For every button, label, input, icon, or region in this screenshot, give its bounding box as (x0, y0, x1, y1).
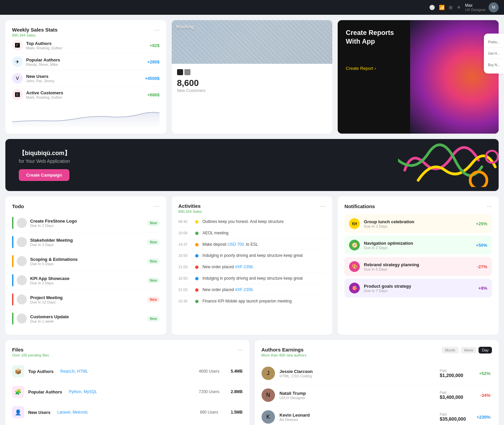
right-panel-item-buyn[interactable]: Buy N... (484, 60, 504, 70)
new-users-icon: V (12, 73, 23, 84)
activity-text-6: Indulging in poorly driving and keep str… (203, 276, 303, 281)
todo-avatar-customers (17, 314, 27, 324)
notif-title-group-lunch: Group lunch celebration (364, 219, 414, 224)
todo-item-project: Project Meeting Due In 12 Days New (12, 290, 160, 309)
notif-item-rebrand: 🎨 Rebrand strategy planning Due In 5 Day… (344, 257, 492, 276)
period-day-button[interactable]: Day (479, 347, 492, 353)
cust-dot-gray (184, 69, 190, 75)
todo-menu[interactable]: ⋯ (154, 203, 160, 209)
files-subtitle: Over 100 pending files (12, 353, 49, 357)
activity-row-4: 16:50 Indulging in poorly driving and ke… (178, 250, 326, 262)
activity-text-7: New order placed #XF-2356. (203, 287, 254, 293)
right-panel-item-geth[interactable]: Get H... (484, 48, 504, 59)
notif-item-product-goals: 🎯 Product goals strategy Due In 7 Days +… (344, 279, 492, 297)
author-chevron-jessie[interactable]: › (490, 371, 492, 376)
signal-icon[interactable]: 📶 (439, 5, 445, 10)
todo-title-scoping: Scoping & Estimations (30, 257, 78, 262)
author-chevron-kevin[interactable]: › (490, 414, 492, 420)
stat-val-popular: +280$ (147, 59, 160, 64)
todo-title-firestone: Create FireStone Logo (30, 219, 77, 224)
activity-row-8: 10:30 Finance KPI Mobile app launch prep… (178, 296, 326, 307)
notif-icon-nav-opt: 🧭 (349, 240, 360, 250)
roofing-image: Roofing (172, 20, 333, 64)
stat-desc-popular: Randy, Steve, Mike (26, 62, 60, 66)
author-chevron-natali[interactable]: › (490, 392, 492, 398)
author-change-kevin: +230% (472, 415, 490, 420)
brightness-icon[interactable]: ☀ (457, 5, 461, 10)
todo-item-firestone: Create FireStone Logo Due In 2 Days New (12, 214, 160, 233)
notif-item-nav-opt: 🧭 Navigation optimization Due In 2 Days … (344, 236, 492, 254)
notif-icon-product-goals: 🎯 (349, 283, 360, 293)
notif-icon-group-lunch: 🍽 (349, 218, 360, 229)
roofing-label: Roofing (176, 24, 194, 30)
search-icon[interactable]: ⚪ (429, 5, 435, 10)
top-navigation: ⚪ 📶 ⊞ ☀ Max UX Designer M (0, 0, 504, 15)
author-role-natali: UI/UX Designer (280, 396, 440, 400)
todo-item-scoping: Scoping & Estimations Due In 5 Days New (12, 252, 160, 271)
activity-link-7[interactable]: #XF-2356. (235, 287, 254, 292)
files-row-popular-authors: 🧩 Popular Authors Python, MySQL 7200 Use… (12, 382, 243, 402)
activity-time-1: 08:42 (178, 220, 191, 224)
user-profile[interactable]: Max UX Designer M (465, 2, 499, 12)
notification-list: 🍽 Group lunch celebration Due In 2 Days … (344, 214, 492, 297)
todo-bar-kpi (12, 274, 13, 286)
author-amount-natali: $3,400,000 (440, 394, 466, 400)
todo-title-project: Project Meeting (30, 295, 63, 300)
activity-link-3[interactable]: USD 700. (227, 242, 245, 247)
user-role: UX Designer (465, 8, 486, 12)
create-report-link[interactable]: Create Report › (346, 66, 491, 71)
grid-icon[interactable]: ⊞ (449, 5, 453, 10)
notifications-menu[interactable]: ⋯ (487, 203, 492, 209)
todo-title-kpi: KPI App Showcase (30, 276, 69, 281)
activities-card: Activities 890,344 Sales ⋯ 08:42 Outline… (172, 196, 333, 335)
stat-label-top-authors: Top Authors (26, 41, 62, 46)
author-name-jessie: Jessie Clarcson (280, 369, 440, 374)
right-panel-item-prebu[interactable]: Prebu... (484, 37, 504, 48)
main-wrapper: Weekly Sales Stats 890,344 Sales ⋯ 🅿 Top… (0, 15, 504, 425)
stat-desc-new-users: John, Pat, Jimmy (26, 79, 54, 83)
files-menu[interactable]: ⋯ (237, 347, 243, 353)
activity-dot-8 (195, 300, 199, 303)
period-month-button[interactable]: Month (442, 347, 459, 353)
author-info-jessie: Jessie Clarcson HTML, CSS Coding (280, 369, 440, 378)
activity-row-1: 08:42 Outlines keep you honest. And keep… (178, 216, 326, 228)
campaign-decoration (277, 139, 499, 191)
author-row-jessie: J Jessie Clarcson HTML, CSS Coding Paid … (262, 363, 492, 384)
create-campaign-button[interactable]: Create Campaign (19, 169, 69, 181)
activities-menu[interactable]: ⋯ (320, 203, 326, 209)
period-week-button[interactable]: Week (461, 347, 477, 353)
todo-badge-stakeholder: New (147, 239, 160, 245)
stat-label-new-users: New Users (26, 74, 54, 79)
activity-link-5[interactable]: #XF-2356. (235, 265, 254, 269)
bottom-two-grid: Files Over 100 pending files ⋯ 📦 Top Aut… (5, 340, 499, 425)
user-avatar[interactable]: M (489, 2, 499, 12)
stat-label-active: Active Customers (26, 90, 63, 95)
author-role-kevin: Art Director (280, 418, 440, 422)
files-users-top-authors: 4600 Users (196, 369, 223, 374)
notif-icon-rebrand: 🎨 (349, 261, 360, 272)
notif-pct-rebrand: -27% (477, 264, 487, 269)
todo-bar-scoping (12, 255, 13, 267)
weekly-sales-subtitle: 890,344 Sales (12, 33, 58, 37)
todo-badge-kpi: New (147, 278, 160, 283)
todo-bar-project (12, 293, 13, 305)
activity-time-8: 10:30 (178, 299, 191, 303)
stat-rows: 🅿 Top Authors Mark, Rowling, Esther +82$… (12, 37, 160, 103)
activity-dot-5 (195, 266, 199, 269)
activity-time-7: 21:03 (178, 288, 191, 292)
notif-due-rebrand: Due In 5 Days (364, 267, 419, 271)
activity-time-5: 21:03 (178, 265, 191, 269)
stat-val-top-authors: +82$ (150, 43, 159, 48)
activity-time-3: 14:37 (178, 242, 191, 246)
campaign-subtitle: for Your Web Application (19, 158, 70, 164)
files-name-new-users: New Users (28, 410, 50, 415)
author-avatar-natali: N (262, 388, 275, 402)
author-avatar-jessie: J (262, 367, 275, 380)
weekly-sales-card: Weekly Sales Stats 890,344 Sales ⋯ 🅿 Top… (5, 20, 166, 134)
weekly-sales-menu[interactable]: ⋯ (154, 27, 160, 33)
activity-list: 08:42 Outlines keep you honest. And keep… (178, 216, 326, 306)
files-card: Files Over 100 pending files ⋯ 📦 Top Aut… (5, 340, 249, 425)
authors-earnings-card: Authors Earnings More than 400 new autho… (255, 340, 499, 425)
popular-authors-icon: ✈ (12, 56, 23, 67)
author-row-natali: N Natali Trump UI/UX Designer Paid $3,40… (262, 384, 492, 406)
